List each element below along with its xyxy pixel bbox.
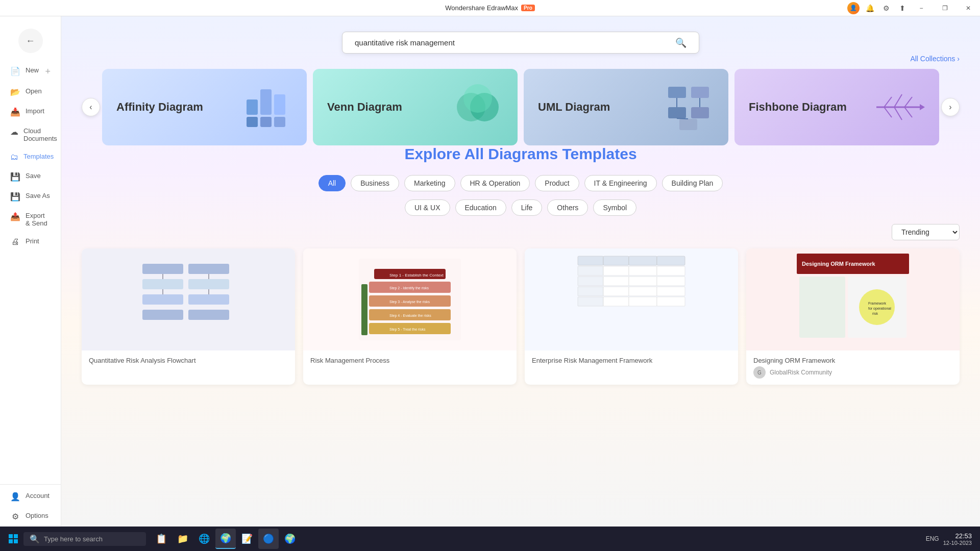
search-button[interactable]: 🔍 (671, 33, 691, 53)
banner-card-uml[interactable]: UML Diagram (524, 69, 728, 145)
taskbar-apps: 📋 📁 🌐 🌍 📝 🔵 🌍 (151, 529, 300, 549)
svg-rect-59 (578, 277, 603, 286)
filter-education[interactable]: Education (455, 199, 506, 216)
app-title: Wondershare EdrawMax Pro (445, 4, 535, 12)
user-avatar[interactable]: 👤 (847, 2, 860, 14)
svg-rect-60 (603, 277, 629, 286)
svg-text:for operational: for operational (868, 307, 891, 311)
filter-marketing[interactable]: Marketing (404, 175, 455, 191)
svg-line-19 (884, 97, 892, 107)
banner-card-venn[interactable]: Venn Diagram (313, 69, 518, 145)
sidebar-item-label-saveas: Save As (26, 192, 50, 199)
svg-point-8 (463, 84, 492, 113)
banner-card-affinity[interactable]: Affinity Diagram (102, 69, 307, 145)
svg-rect-52 (603, 256, 629, 265)
filter-it[interactable]: IT & Engineering (584, 175, 657, 191)
sidebar-item-import[interactable]: 📥 Import (0, 102, 61, 122)
template-card-3[interactable]: Enterprise Risk Management Framework (525, 248, 738, 385)
taskbar: 🔍 Type here to search 📋 📁 🌐 🌍 📝 🔵 🌍 ENG … (0, 527, 980, 551)
banner-card-fishbone[interactable]: Fishbone Diagram (734, 69, 939, 145)
svg-rect-61 (629, 277, 657, 286)
search-box: 🔍 (342, 32, 699, 54)
sidebar-item-account[interactable]: 👤 Account (0, 487, 61, 507)
sidebar-item-saveas[interactable]: 💾 Save As (0, 187, 61, 207)
template-author-avatar-4: G (753, 366, 766, 379)
banner-row: ‹ Affinity Diagram (82, 69, 960, 145)
templates-icon: 🗂 (10, 153, 18, 162)
taskbar-clock: 22:53 12-10-2023 (943, 532, 972, 546)
svg-marker-18 (920, 104, 925, 110)
taskbar-app-edge[interactable]: 🌐 (194, 529, 214, 549)
sidebar-item-label-account: Account (26, 492, 50, 499)
open-icon: 📂 (10, 87, 20, 97)
sidebar-item-open[interactable]: 📂 Open (0, 82, 61, 102)
sidebar-item-new[interactable]: 📄 New + (0, 61, 61, 82)
explore-header: Explore All Diagrams Templates (82, 145, 960, 163)
back-button[interactable]: ← (18, 29, 43, 53)
sidebar-item-templates[interactable]: 🗂 Templates (0, 147, 61, 167)
svg-rect-68 (603, 297, 629, 306)
filter-product[interactable]: Product (535, 175, 579, 191)
template-info-1: Quantitative Risk Analysis Flowchart (82, 350, 295, 370)
sidebar-item-label-options: Options (26, 512, 48, 519)
template-card-2[interactable]: Step 1 - Establish the Context Step 2 - … (303, 248, 517, 385)
filter-others[interactable]: Others (547, 199, 588, 216)
share-icon[interactable]: ⬆ (896, 2, 909, 14)
template-name-3: Enterprise Risk Management Framework (532, 357, 731, 364)
close-button[interactable]: ✕ (957, 0, 980, 16)
restore-button[interactable]: ❐ (933, 0, 957, 16)
svg-rect-63 (578, 287, 603, 296)
banner-prev-button[interactable]: ‹ (82, 98, 100, 116)
svg-rect-80 (14, 534, 18, 538)
template-thumb-1 (82, 248, 295, 350)
print-icon: 🖨 (10, 237, 20, 246)
explore-title-prefix: Explore (404, 145, 464, 162)
filter-business[interactable]: Business (351, 175, 399, 191)
fishbone-diagram-icon (874, 82, 925, 133)
filter-all[interactable]: All (318, 175, 346, 191)
notification-icon[interactable]: 🔔 (864, 2, 876, 14)
filter-life[interactable]: Life (511, 199, 543, 216)
filter-symbol[interactable]: Symbol (593, 199, 636, 216)
taskbar-app-task[interactable]: 📋 (151, 529, 172, 549)
svg-rect-70 (657, 297, 685, 306)
all-collections-link[interactable]: All Collections › (910, 55, 960, 63)
svg-rect-67 (578, 297, 603, 306)
minimize-button[interactable]: − (910, 0, 933, 16)
settings-icon[interactable]: ⚙ (880, 2, 892, 14)
svg-text:Designing ORM Framework: Designing ORM Framework (802, 261, 876, 267)
taskbar-app-chrome[interactable]: 🌍 (215, 529, 236, 549)
taskbar-search-text: Type here to search (44, 535, 103, 543)
filter-ui[interactable]: UI & UX (405, 199, 450, 216)
svg-rect-12 (691, 107, 709, 118)
banner-card-title-affinity: Affinity Diagram (116, 100, 203, 115)
svg-rect-29 (188, 279, 229, 289)
start-button[interactable] (4, 530, 22, 548)
filter-building[interactable]: Building Plan (662, 175, 723, 191)
sidebar-item-options[interactable]: ⚙ Options (0, 507, 61, 527)
svg-rect-73 (799, 277, 845, 338)
taskbar-app-edraw[interactable]: 🔵 (258, 529, 279, 549)
venn-diagram-icon (452, 82, 503, 133)
taskbar-search-icon: 🔍 (30, 534, 40, 544)
taskbar-app-chrome2[interactable]: 🌍 (280, 529, 300, 549)
filter-section: All Business Marketing HR & Operation Pr… (82, 175, 960, 191)
search-input[interactable] (351, 32, 671, 53)
sidebar-item-print[interactable]: 🖨 Print (0, 232, 61, 252)
template-card-4[interactable]: Designing ORM Framework Framework for op… (746, 248, 960, 385)
sort-dropdown[interactable]: Trending Newest Most Popular (892, 224, 960, 240)
banner-next-button[interactable]: › (941, 98, 960, 116)
sidebar-item-export[interactable]: 📤 Export & Send (0, 207, 61, 232)
titlebar-icons: 👤 🔔 ⚙ ⬆ (847, 2, 909, 14)
svg-line-16 (677, 118, 688, 119)
taskbar-date: 12-10-2023 (943, 540, 972, 546)
filter-hr[interactable]: HR & Operation (460, 175, 530, 191)
taskbar-search-box[interactable]: 🔍 Type here to search (23, 532, 146, 546)
sidebar-item-cloud[interactable]: ☁ Cloud Documents (0, 122, 61, 147)
sidebar-item-save[interactable]: 💾 Save (0, 167, 61, 187)
taskbar-app-word[interactable]: 📝 (237, 529, 257, 549)
template-name-1: Quantitative Risk Analysis Flowchart (89, 357, 288, 364)
taskbar-app-explorer[interactable]: 📁 (173, 529, 193, 549)
svg-rect-4 (274, 94, 285, 115)
template-card-1[interactable]: Quantitative Risk Analysis Flowchart (82, 248, 295, 385)
